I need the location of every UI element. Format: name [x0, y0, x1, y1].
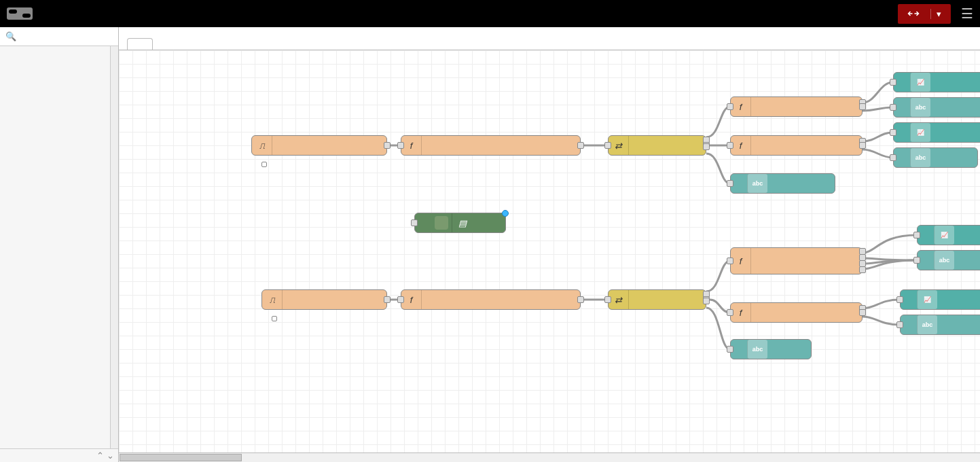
debug-icon: ▤	[452, 213, 472, 232]
function-icon: f	[401, 136, 422, 155]
text-icon: abc	[747, 174, 767, 193]
menu-button[interactable]: ☰	[961, 5, 973, 22]
horizontal-scrollbar[interactable]	[119, 452, 980, 462]
palette-search[interactable]: 🔍	[0, 27, 118, 46]
function-icon: f	[731, 303, 751, 322]
node-fn-ultrasonic[interactable]: f	[730, 96, 863, 117]
search-input[interactable]	[20, 31, 118, 41]
node-chart-smoke[interactable]: 📈	[893, 122, 980, 143]
palette-footer: ⌃ ⌄	[0, 448, 118, 462]
function-icon: f	[731, 136, 751, 155]
app-header: ▾ ☰	[0, 0, 980, 27]
logo-icon	[7, 7, 33, 20]
chevron-down-icon[interactable]: ▾	[930, 9, 941, 19]
node-fn-vibration[interactable]: f	[730, 302, 863, 323]
serial-icon: ⎍	[262, 290, 283, 309]
node-other-wifi[interactable]: abc	[730, 339, 812, 359]
search-icon: 🔍	[5, 31, 16, 41]
node-text-ultrasonic[interactable]: abc	[893, 97, 980, 118]
text-icon: abc	[910, 98, 930, 117]
flow-canvas[interactable]: ⎍ f ⇄ f	[119, 50, 980, 452]
text-icon: abc	[910, 148, 930, 167]
collapse-up-icon[interactable]: ⌃	[96, 450, 104, 461]
serial-icon: ⎍	[252, 136, 272, 155]
chart-icon: 📈	[934, 226, 954, 245]
node-text-vibration[interactable]: abc	[900, 315, 980, 335]
function-icon: f	[401, 290, 422, 309]
collapse-down-icon[interactable]: ⌄	[107, 450, 114, 461]
changed-indicator	[502, 210, 509, 217]
debug-toggle[interactable]	[435, 216, 448, 230]
node-function-parse2[interactable]: f	[401, 289, 581, 310]
node-text-smoke[interactable]: abc	[893, 147, 978, 168]
text-icon: abc	[917, 315, 937, 334]
node-serial-com8[interactable]: ⎍	[261, 289, 387, 310]
node-text-axis[interactable]: abc	[917, 250, 980, 270]
node-switch-wifi[interactable]: ⇄	[608, 289, 706, 310]
node-fn-axis[interactable]: f	[730, 247, 863, 274]
deploy-button[interactable]: ▾	[898, 4, 951, 24]
function-icon: f	[731, 248, 751, 274]
node-switch-zigbee[interactable]: ⇄	[608, 135, 706, 156]
chart-icon: 📈	[910, 123, 930, 142]
node-chart-axis[interactable]: 📈	[917, 225, 980, 245]
tabs-bar: ＋ ▾	[119, 27, 980, 50]
node-fn-smoke[interactable]: f	[730, 135, 863, 156]
text-icon: abc	[747, 340, 767, 359]
tab-active[interactable]	[127, 38, 153, 50]
function-icon: f	[731, 97, 751, 116]
node-other-zigbee[interactable]: abc	[730, 173, 835, 194]
node-debug[interactable]: ▤	[414, 213, 506, 233]
palette-sidebar: 🔍 ⌃ ⌄	[0, 27, 119, 462]
text-icon: abc	[934, 251, 954, 270]
chart-icon: 📈	[910, 73, 930, 92]
switch-icon: ⇄	[609, 290, 629, 309]
palette-scrollbar[interactable]	[110, 46, 118, 448]
switch-icon: ⇄	[609, 136, 629, 155]
node-function-parse1[interactable]: f	[401, 135, 581, 156]
chart-icon: 📈	[917, 290, 937, 309]
node-chart-vibration[interactable]: 📈	[900, 289, 980, 310]
node-chart-ultrasonic[interactable]: 📈	[893, 72, 980, 92]
node-serial-com7[interactable]: ⎍	[251, 135, 387, 156]
